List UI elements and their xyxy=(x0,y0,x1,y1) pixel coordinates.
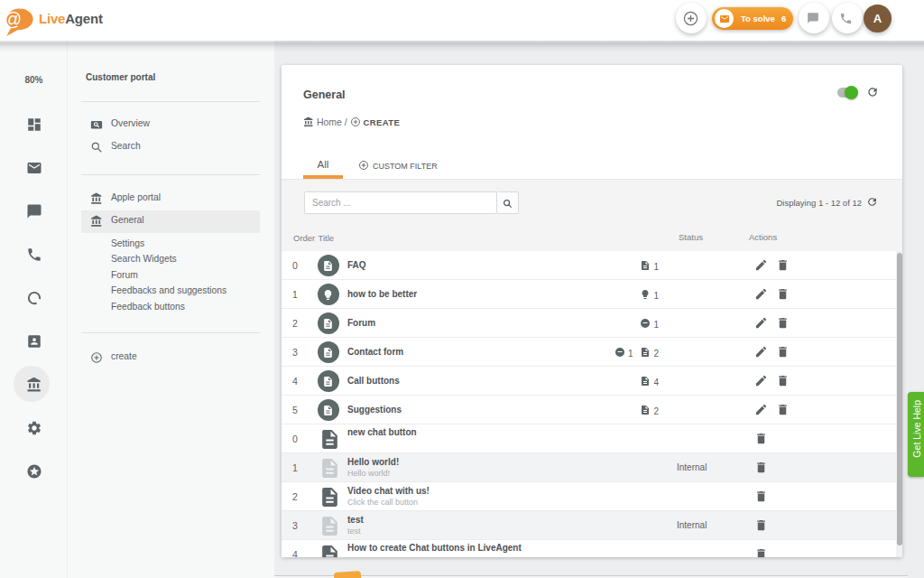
svg-text:@: @ xyxy=(4,9,22,29)
